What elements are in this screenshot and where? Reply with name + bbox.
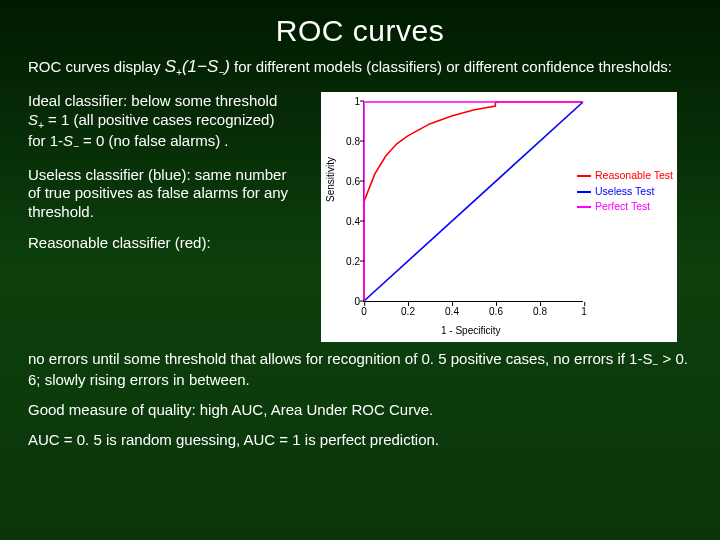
bottom-text: no errors until some threshold that allo… [28, 350, 692, 450]
chart-legend: Reasonable TestUseless TestPerfect Test [577, 168, 673, 215]
plot-svg [364, 102, 583, 301]
legend-swatch [577, 191, 591, 193]
legend-label: Useless Test [595, 184, 654, 200]
xtick: 0.6 [489, 306, 503, 317]
series-line [364, 102, 583, 301]
content-region: ROC curves display S+(1−S−) for differen… [0, 56, 720, 450]
chart-xlabel: 1 - Specificity [441, 325, 500, 336]
intro-pre: ROC curves display [28, 58, 165, 75]
legend-swatch [577, 175, 591, 177]
ytick: 0.2 [336, 255, 360, 266]
xtick: 0 [361, 306, 367, 317]
ytick: 0.4 [336, 215, 360, 226]
legend-label: Reasonable Test [595, 168, 673, 184]
para-reasonable-label: Reasonable classifier (red): [28, 234, 296, 253]
legend-swatch [577, 206, 591, 208]
legend-item: Reasonable Test [577, 168, 673, 184]
intro-post: for different models (classifiers) or di… [230, 58, 672, 75]
ytick: 0.6 [336, 175, 360, 186]
page-title: ROC curves [0, 0, 720, 56]
para-bottom-2: Good measure of quality: high AUC, Area … [28, 401, 692, 420]
intro-formula: S+(1−S−) [165, 57, 230, 76]
chart-ylabel: Sensitivity [325, 157, 336, 202]
para-useless: Useless classifier (blue): same number o… [28, 166, 296, 222]
para-ideal: Ideal classifier: below some threshold S… [28, 92, 296, 154]
legend-item: Useless Test [577, 184, 673, 200]
xtick: 0.4 [445, 306, 459, 317]
legend-label: Perfect Test [595, 199, 650, 215]
plot-area: 00.20.40.60.8100.20.40.60.81 [363, 102, 583, 302]
xtick: 1 [581, 306, 587, 317]
xtick: 0.8 [533, 306, 547, 317]
ytick: 1 [336, 95, 360, 106]
ytick: 0 [336, 295, 360, 306]
intro-paragraph: ROC curves display S+(1−S−) for differen… [28, 56, 692, 80]
para-bottom-1: no errors until some threshold that allo… [28, 350, 692, 390]
para-bottom-3: AUC = 0. 5 is random guessing, AUC = 1 i… [28, 431, 692, 450]
ytick: 0.8 [336, 135, 360, 146]
roc-chart: Sensitivity 00.20.40.60.8100.20.40.60.81… [321, 92, 677, 342]
left-text-column: Ideal classifier: below some threshold S… [28, 92, 296, 342]
legend-item: Perfect Test [577, 199, 673, 215]
xtick: 0.2 [401, 306, 415, 317]
